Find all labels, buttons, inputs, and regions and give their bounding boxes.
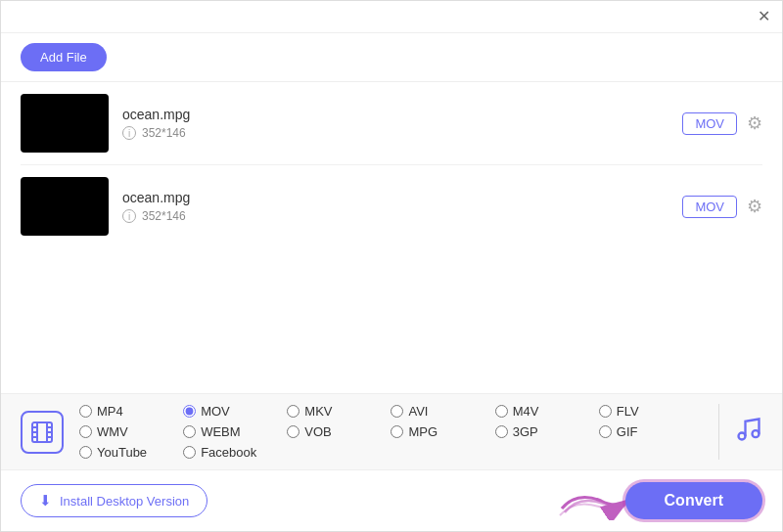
file-list: ocean.mpg i 352*146 MOV ⚙ ocean.mpg i 35… [1, 82, 782, 238]
install-label: Install Desktop Version [60, 494, 189, 509]
format-option-m4v[interactable]: M4V [495, 404, 599, 419]
format-radio-mpg[interactable] [391, 425, 403, 438]
file-info: ocean.mpg i 352*146 [122, 190, 668, 223]
close-button[interactable]: ✕ [758, 9, 770, 24]
file-info: ocean.mpg i 352*146 [122, 107, 668, 140]
format-option-facebook[interactable]: Facebook [183, 445, 287, 460]
format-option-mpg[interactable]: MPG [391, 424, 494, 439]
audio-icon[interactable] [735, 416, 762, 449]
bottom-bar: ⬇ Install Desktop Version Convert [1, 469, 782, 531]
file-name: ocean.mpg [122, 190, 668, 205]
format-radio-avi[interactable] [391, 405, 403, 418]
format-option-mov[interactable]: MOV [183, 404, 287, 419]
format-radio-3gp[interactable] [495, 425, 508, 438]
convert-button[interactable]: Convert [625, 482, 762, 519]
file-dimensions: 352*146 [142, 126, 186, 140]
format-radio-vob[interactable] [287, 425, 299, 438]
format-radio-mov[interactable] [183, 405, 196, 418]
format-option-gif[interactable]: GIF [599, 424, 703, 439]
file-thumbnail [21, 94, 109, 153]
format-radio-webm[interactable] [183, 425, 196, 438]
format-radio-gif[interactable] [599, 425, 612, 438]
file-thumbnail [21, 177, 109, 236]
file-actions: MOV ⚙ [682, 112, 762, 135]
format-option-flv[interactable]: FLV [599, 404, 703, 419]
info-icon: i [122, 209, 136, 223]
file-dimensions: 352*146 [142, 209, 186, 223]
format-option-vob[interactable]: VOB [287, 424, 391, 439]
install-desktop-button[interactable]: ⬇ Install Desktop Version [21, 484, 207, 517]
format-option-mp4[interactable]: MP4 [79, 404, 183, 419]
arrow-decoration [557, 481, 635, 520]
file-name: ocean.mpg [122, 107, 668, 122]
title-bar: ✕ [1, 1, 782, 33]
download-icon: ⬇ [39, 492, 52, 510]
format-radio-youtube[interactable] [79, 446, 92, 459]
file-meta: i 352*146 [122, 126, 668, 140]
format-radio-wmv[interactable] [79, 425, 92, 438]
format-badge[interactable]: MOV [682, 112, 737, 135]
format-radio-mkv[interactable] [287, 405, 299, 418]
add-file-button[interactable]: Add File [21, 43, 107, 71]
format-option-wmv[interactable]: WMV [79, 424, 183, 439]
film-icon [21, 411, 64, 454]
format-options: MP4 MOV MKV AVI M4V FLV WMV WEBM [79, 404, 719, 460]
format-bar: MP4 MOV MKV AVI M4V FLV WMV WEBM [1, 393, 782, 469]
format-radio-m4v[interactable] [495, 405, 508, 418]
file-meta: i 352*146 [122, 209, 668, 223]
format-radio-mp4[interactable] [79, 405, 92, 418]
format-option-mkv[interactable]: MKV [287, 404, 391, 419]
svg-point-10 [753, 430, 760, 437]
app-window: ✕ Add File ocean.mpg i 352*146 MOV ⚙ [1, 1, 782, 531]
format-radio-flv[interactable] [599, 405, 612, 418]
convert-area: Convert [625, 482, 762, 519]
info-icon: i [122, 126, 136, 140]
file-actions: MOV ⚙ [682, 196, 762, 218]
format-option-avi[interactable]: AVI [391, 404, 494, 419]
file-item: ocean.mpg i 352*146 MOV ⚙ [21, 165, 762, 238]
toolbar: Add File [1, 33, 782, 82]
format-radio-facebook[interactable] [183, 446, 196, 459]
file-item: ocean.mpg i 352*146 MOV ⚙ [21, 82, 762, 165]
format-option-webm[interactable]: WEBM [183, 424, 287, 439]
format-option-3gp[interactable]: 3GP [495, 424, 599, 439]
format-badge[interactable]: MOV [682, 196, 737, 218]
svg-point-9 [739, 432, 746, 439]
settings-icon[interactable]: ⚙ [747, 196, 762, 217]
format-option-youtube[interactable]: YouTube [79, 445, 183, 460]
settings-icon[interactable]: ⚙ [747, 112, 762, 134]
